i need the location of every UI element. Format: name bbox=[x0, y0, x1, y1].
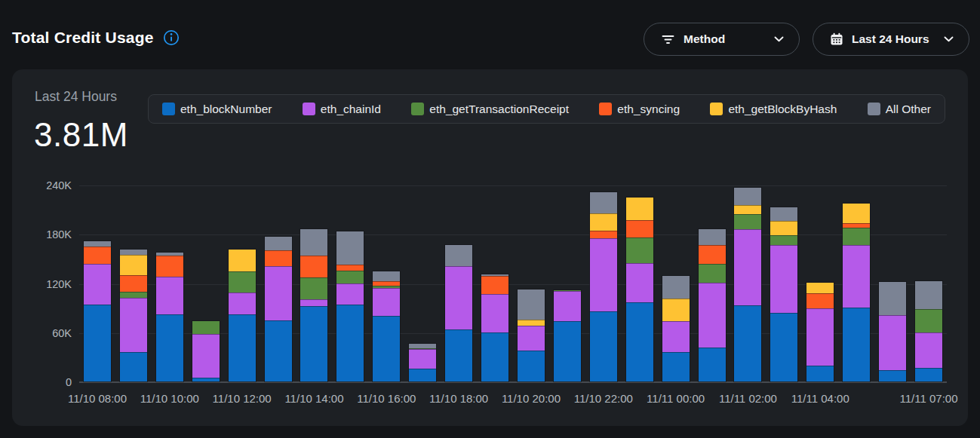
segment-eth_chainId bbox=[626, 263, 653, 303]
segment-eth_getTransactionReceipt bbox=[626, 237, 653, 262]
segment-eth_blockNumber bbox=[192, 378, 220, 381]
y-axis-label: 120K bbox=[17, 278, 72, 290]
segment-eth_getBlockByHash bbox=[626, 198, 653, 220]
chevron-down-icon bbox=[774, 36, 784, 42]
segment-eth_getBlockByHash bbox=[734, 205, 761, 214]
segment-eth_getBlockByHash bbox=[229, 250, 256, 271]
segment-eth_syncing bbox=[481, 276, 508, 295]
bar[interactable] bbox=[408, 343, 437, 382]
bar[interactable] bbox=[770, 207, 798, 382]
bar[interactable] bbox=[625, 197, 654, 382]
bar[interactable] bbox=[192, 320, 220, 382]
segment-eth_syncing bbox=[156, 256, 183, 277]
y-axis-label: 180K bbox=[17, 228, 72, 240]
segment-All Other bbox=[770, 207, 797, 220]
segment-All Other bbox=[373, 271, 400, 281]
segment-eth_blockNumber bbox=[554, 321, 581, 381]
bar[interactable] bbox=[517, 289, 545, 382]
segment-eth_blockNumber bbox=[300, 306, 327, 381]
y-axis-label: 240K bbox=[17, 179, 72, 191]
segment-eth_blockNumber bbox=[229, 314, 256, 381]
segment-All Other bbox=[300, 229, 327, 256]
bar[interactable] bbox=[300, 228, 328, 382]
segment-eth_blockNumber bbox=[156, 314, 183, 381]
segment-eth_blockNumber bbox=[84, 305, 111, 381]
segment-eth_chainId bbox=[300, 299, 327, 306]
gridline bbox=[79, 234, 947, 235]
bar[interactable] bbox=[119, 249, 148, 382]
segment-eth_blockNumber bbox=[265, 320, 292, 381]
segment-eth_chainId bbox=[662, 321, 690, 353]
segment-eth_chainId bbox=[879, 315, 906, 370]
segment-eth_syncing bbox=[120, 275, 147, 292]
segment-eth_chainId bbox=[445, 266, 472, 329]
bar[interactable] bbox=[553, 289, 582, 382]
time-range-button[interactable]: Last 24 Hours bbox=[813, 23, 969, 56]
segment-eth_blockNumber bbox=[518, 351, 545, 381]
segment-eth_syncing bbox=[699, 245, 726, 264]
segment-eth_chainId bbox=[770, 245, 797, 314]
segment-eth_blockNumber bbox=[120, 352, 147, 381]
segment-All Other bbox=[734, 188, 761, 205]
segment-All Other bbox=[662, 276, 690, 299]
segment-eth_chainId bbox=[156, 277, 183, 314]
segment-eth_getTransactionReceipt bbox=[300, 277, 327, 299]
bar[interactable] bbox=[842, 203, 871, 382]
segment-eth_getTransactionReceipt bbox=[336, 271, 364, 283]
segment-eth_getBlockByHash bbox=[518, 320, 545, 326]
segment-All Other bbox=[590, 192, 617, 213]
chevron-down-icon bbox=[944, 36, 954, 42]
segment-All Other bbox=[445, 245, 472, 266]
segment-eth_blockNumber bbox=[445, 329, 472, 381]
segment-eth_blockNumber bbox=[373, 316, 400, 381]
segment-eth_getTransactionReceipt bbox=[699, 264, 726, 283]
method-filter-button[interactable]: Method bbox=[644, 23, 800, 56]
chart-card: Last 24 Hours 3.81M eth_blockNumbereth_c… bbox=[12, 69, 968, 426]
segment-eth_getTransactionReceipt bbox=[915, 309, 942, 332]
segment-eth_getBlockByHash bbox=[843, 204, 870, 223]
segment-All Other bbox=[915, 281, 942, 308]
segment-eth_getTransactionReceipt bbox=[229, 271, 256, 293]
segment-eth_getBlockByHash bbox=[120, 255, 147, 275]
segment-eth_chainId bbox=[373, 288, 400, 317]
segment-eth_chainId bbox=[120, 298, 147, 352]
bar[interactable] bbox=[806, 282, 834, 382]
segment-eth_blockNumber bbox=[481, 332, 508, 381]
segment-All Other bbox=[120, 250, 147, 256]
segment-eth_syncing bbox=[590, 231, 617, 238]
segment-eth_blockNumber bbox=[879, 370, 906, 381]
segment-eth_chainId bbox=[192, 334, 220, 377]
bar[interactable] bbox=[372, 271, 401, 382]
bar[interactable] bbox=[444, 244, 473, 382]
segment-eth_blockNumber bbox=[626, 302, 653, 381]
segment-eth_chainId bbox=[336, 283, 364, 305]
page-title: Total Credit Usage bbox=[12, 29, 154, 47]
segment-eth_blockNumber bbox=[806, 366, 834, 381]
bar[interactable] bbox=[481, 274, 509, 382]
segment-eth_getTransactionReceipt bbox=[120, 292, 147, 299]
segment-eth_blockNumber bbox=[770, 313, 797, 381]
bar[interactable] bbox=[733, 187, 762, 382]
segment-eth_blockNumber bbox=[915, 368, 942, 381]
x-axis-label: 11/11 04:00 bbox=[767, 392, 873, 405]
bar[interactable] bbox=[662, 275, 690, 382]
bar[interactable] bbox=[264, 236, 293, 382]
segment-eth_chainId bbox=[734, 229, 761, 305]
bar[interactable] bbox=[589, 191, 618, 382]
segment-eth_chainId bbox=[843, 245, 870, 308]
segment-eth_chainId bbox=[806, 308, 834, 366]
segment-eth_syncing bbox=[265, 250, 292, 267]
bar[interactable] bbox=[698, 228, 727, 382]
bar[interactable] bbox=[155, 252, 184, 382]
segment-eth_blockNumber bbox=[843, 308, 870, 381]
bar[interactable] bbox=[83, 240, 112, 382]
segment-eth_chainId bbox=[699, 283, 726, 348]
bar[interactable] bbox=[336, 231, 364, 382]
segment-eth_blockNumber bbox=[699, 348, 726, 381]
bar[interactable] bbox=[914, 280, 943, 382]
bar[interactable] bbox=[878, 281, 907, 382]
segment-eth_blockNumber bbox=[662, 352, 690, 381]
bar[interactable] bbox=[228, 249, 257, 382]
info-icon[interactable] bbox=[162, 29, 180, 47]
segment-eth_blockNumber bbox=[734, 305, 761, 381]
